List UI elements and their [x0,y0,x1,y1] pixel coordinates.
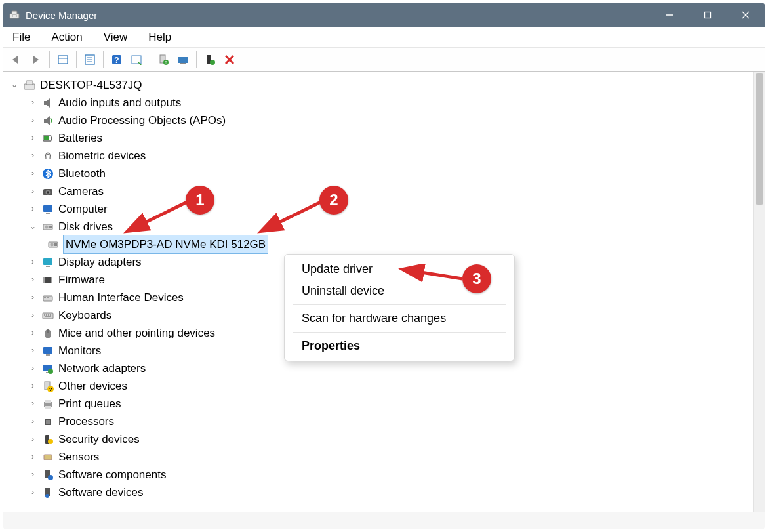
chevron-right-icon[interactable]: › [28,271,37,289]
chevron-right-icon[interactable]: › [28,466,37,483]
svg-rect-60 [43,313,53,319]
chevron-right-icon[interactable]: › [28,430,37,448]
camera-icon [41,185,54,198]
tree-item-nvme-disk[interactable]: NVMe OM3PDP3-AD NVMe KDI 512GB [10,235,750,253]
app-icon [9,9,20,21]
chip-icon [41,274,54,287]
tree-item[interactable]: ›Bluetooth [10,165,750,182]
svg-rect-24 [180,63,186,64]
chevron-right-icon[interactable]: › [28,289,37,306]
tree-item[interactable]: ›Software devices [10,483,750,501]
tree-item[interactable]: ›Security devices [10,430,750,448]
unknown-icon: ? [41,380,54,393]
tree-item[interactable]: ›Software components [10,466,750,483]
software-icon [41,468,54,481]
forward-button[interactable] [27,51,45,69]
maximize-button[interactable] [689,3,727,27]
chevron-right-icon[interactable]: › [28,253,37,271]
chevron-right-icon[interactable]: › [28,165,37,182]
device-manager-window: Device Manager File Action View Help ? ↑ [3,3,765,529]
show-hidden-button[interactable] [54,51,72,69]
disk-icon [47,238,60,251]
minimize-button[interactable] [651,3,689,27]
tree-item[interactable]: ›Biometric devices [10,147,750,165]
update-driver-button[interactable]: ↑ [154,51,172,69]
context-properties[interactable]: Properties [285,335,514,357]
svg-rect-80 [46,420,50,424]
tree-item[interactable]: ›Audio inputs and outputs [10,94,750,112]
context-scan-hardware[interactable]: Scan for hardware changes [285,308,514,329]
uninstall-button[interactable] [174,51,192,69]
svg-rect-1 [12,11,17,14]
tree-item[interactable]: ›Audio Processing Objects (APOs) [10,112,750,129]
svg-rect-62 [46,314,47,316]
context-separator [293,304,506,305]
svg-marker-9 [33,56,39,64]
back-button[interactable] [7,51,26,69]
svg-rect-61 [44,314,45,316]
chevron-right-icon[interactable]: › [28,395,37,413]
menu-view[interactable]: View [100,30,132,45]
help-button[interactable]: ? [108,51,126,69]
svg-point-85 [48,475,53,480]
disk-icon [41,220,54,234]
tree-item[interactable]: ›Print queues [10,395,750,413]
menu-file[interactable]: File [9,30,34,45]
svg-rect-18 [132,56,141,64]
svg-point-26 [210,60,215,65]
context-separator [293,332,506,333]
bluetooth-icon [41,167,54,180]
window-title: Device Manager [26,10,97,21]
svg-rect-44 [49,226,52,228]
chevron-down-icon[interactable]: ⌄ [10,76,19,94]
vertical-scrollbar[interactable] [753,72,765,512]
svg-rect-48 [43,258,52,265]
tree-root[interactable]: ⌄ DESKTOP-4L537JQ [10,76,750,94]
computer-icon [23,79,36,92]
chevron-right-icon[interactable]: › [28,129,37,147]
properties-button[interactable] [81,51,99,69]
enable-button[interactable] [201,51,219,69]
chevron-right-icon[interactable]: › [28,483,37,501]
menubar: File Action View Help [3,27,765,48]
chevron-down-icon[interactable]: ⌄ [28,218,37,235]
chevron-right-icon[interactable]: › [28,147,37,165]
chevron-right-icon[interactable]: › [28,200,37,218]
menu-help[interactable]: Help [144,30,175,45]
tree-item[interactable]: ›Network adapters [10,359,750,377]
close-button[interactable] [727,3,765,27]
tree-item[interactable]: ›Computer [10,200,750,218]
chevron-right-icon[interactable]: › [28,377,37,395]
svg-rect-40 [43,205,52,212]
svg-rect-47 [54,243,57,246]
menu-action[interactable]: Action [47,30,86,45]
tree-item[interactable]: ›Sensors [10,448,750,466]
chevron-right-icon[interactable]: › [28,448,37,466]
tree-item[interactable]: ›Processors [10,413,750,430]
chevron-right-icon[interactable]: › [28,112,37,129]
disable-button[interactable] [220,51,239,69]
svg-rect-78 [45,406,51,409]
chevron-right-icon[interactable]: › [28,94,37,112]
svg-rect-83 [44,455,52,460]
chevron-right-icon[interactable]: › [28,342,37,359]
annotation-badge-3: 3 [462,264,491,293]
svg-rect-41 [46,213,50,214]
tree-item[interactable]: ›Batteries [10,129,750,147]
tree-item[interactable]: ›Cameras [10,182,750,200]
chevron-right-icon[interactable]: › [28,359,37,377]
printer-icon [41,398,54,411]
chevron-right-icon[interactable]: › [28,324,37,342]
chevron-right-icon[interactable]: › [28,182,37,200]
chevron-right-icon[interactable]: › [28,413,37,430]
annotation-badge-2: 2 [319,186,348,215]
scrollbar-thumb[interactable] [756,73,763,205]
toolbar: ? ↑ [3,48,765,72]
chevron-right-icon[interactable]: › [28,306,37,324]
svg-rect-64 [50,314,51,316]
network-icon [41,362,54,375]
tree-item[interactable]: ›?Other devices [10,377,750,395]
audio-processing-icon [41,114,54,127]
scan-button[interactable] [127,51,146,69]
tree-item-disk-drives[interactable]: ⌄Disk drives [10,218,750,235]
